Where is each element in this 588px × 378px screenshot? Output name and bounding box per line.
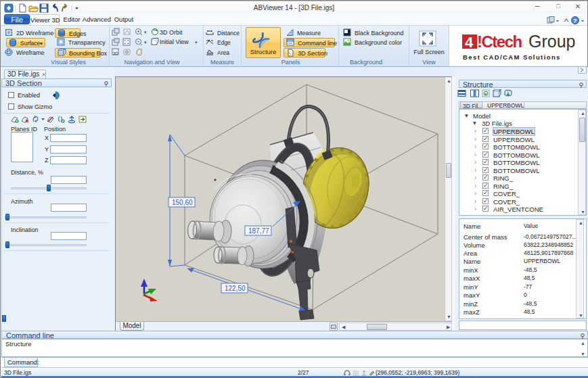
svg-text:?: ? [573, 18, 577, 24]
svg-text:122,50: 122,50 [225, 285, 246, 292]
svg-text:187,77: 187,77 [248, 227, 269, 235]
svg-text:3D: 3D [113, 51, 118, 55]
svg-text:150,60: 150,60 [172, 199, 193, 206]
